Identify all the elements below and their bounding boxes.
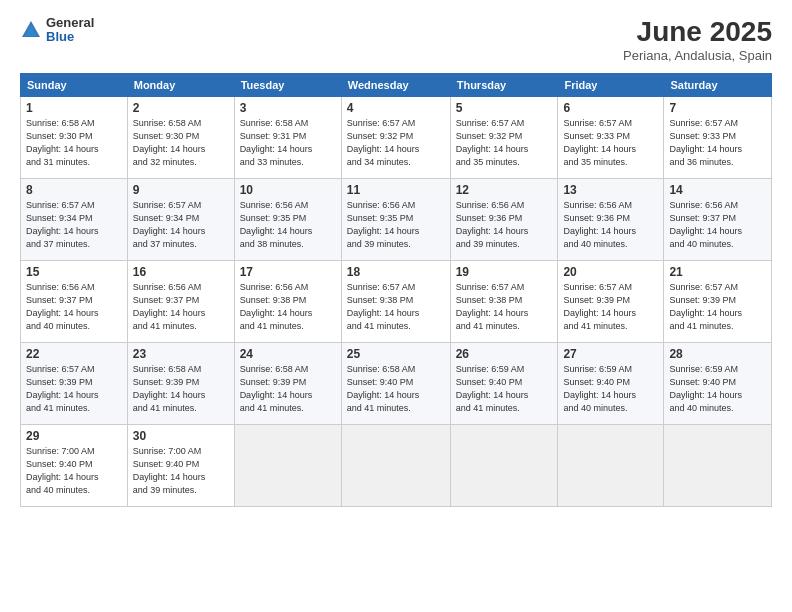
day-info: Sunrise: 6:56 AM Sunset: 9:37 PM Dayligh… xyxy=(26,281,122,333)
day-info: Sunrise: 6:56 AM Sunset: 9:37 PM Dayligh… xyxy=(133,281,229,333)
day-info: Sunrise: 6:56 AM Sunset: 9:38 PM Dayligh… xyxy=(240,281,336,333)
calendar-cell: 12Sunrise: 6:56 AM Sunset: 9:36 PM Dayli… xyxy=(450,179,558,261)
calendar-cell: 13Sunrise: 6:56 AM Sunset: 9:36 PM Dayli… xyxy=(558,179,664,261)
month-title: June 2025 xyxy=(623,16,772,48)
header-sunday: Sunday xyxy=(21,74,128,97)
calendar-cell: 11Sunrise: 6:56 AM Sunset: 9:35 PM Dayli… xyxy=(341,179,450,261)
calendar-cell: 21Sunrise: 6:57 AM Sunset: 9:39 PM Dayli… xyxy=(664,261,772,343)
day-info: Sunrise: 7:00 AM Sunset: 9:40 PM Dayligh… xyxy=(133,445,229,497)
calendar-cell xyxy=(341,425,450,507)
day-number: 12 xyxy=(456,183,553,197)
day-number: 23 xyxy=(133,347,229,361)
day-info: Sunrise: 6:58 AM Sunset: 9:39 PM Dayligh… xyxy=(240,363,336,415)
calendar-week-3: 15Sunrise: 6:56 AM Sunset: 9:37 PM Dayli… xyxy=(21,261,772,343)
day-number: 27 xyxy=(563,347,658,361)
day-info: Sunrise: 6:56 AM Sunset: 9:37 PM Dayligh… xyxy=(669,199,766,251)
calendar-cell: 8Sunrise: 6:57 AM Sunset: 9:34 PM Daylig… xyxy=(21,179,128,261)
logo-text: General Blue xyxy=(46,16,94,45)
day-number: 19 xyxy=(456,265,553,279)
calendar-week-2: 8Sunrise: 6:57 AM Sunset: 9:34 PM Daylig… xyxy=(21,179,772,261)
day-info: Sunrise: 6:56 AM Sunset: 9:36 PM Dayligh… xyxy=(563,199,658,251)
calendar-cell: 15Sunrise: 6:56 AM Sunset: 9:37 PM Dayli… xyxy=(21,261,128,343)
calendar-cell xyxy=(558,425,664,507)
day-number: 9 xyxy=(133,183,229,197)
calendar-cell: 17Sunrise: 6:56 AM Sunset: 9:38 PM Dayli… xyxy=(234,261,341,343)
day-info: Sunrise: 6:57 AM Sunset: 9:34 PM Dayligh… xyxy=(133,199,229,251)
header-friday: Friday xyxy=(558,74,664,97)
calendar-cell: 28Sunrise: 6:59 AM Sunset: 9:40 PM Dayli… xyxy=(664,343,772,425)
day-number: 10 xyxy=(240,183,336,197)
day-number: 30 xyxy=(133,429,229,443)
day-info: Sunrise: 6:57 AM Sunset: 9:32 PM Dayligh… xyxy=(456,117,553,169)
header-saturday: Saturday xyxy=(664,74,772,97)
day-info: Sunrise: 6:57 AM Sunset: 9:33 PM Dayligh… xyxy=(669,117,766,169)
calendar-cell: 24Sunrise: 6:58 AM Sunset: 9:39 PM Dayli… xyxy=(234,343,341,425)
day-number: 20 xyxy=(563,265,658,279)
day-number: 5 xyxy=(456,101,553,115)
calendar-cell: 22Sunrise: 6:57 AM Sunset: 9:39 PM Dayli… xyxy=(21,343,128,425)
calendar-cell: 29Sunrise: 7:00 AM Sunset: 9:40 PM Dayli… xyxy=(21,425,128,507)
day-info: Sunrise: 6:57 AM Sunset: 9:32 PM Dayligh… xyxy=(347,117,445,169)
calendar-cell: 26Sunrise: 6:59 AM Sunset: 9:40 PM Dayli… xyxy=(450,343,558,425)
title-block: June 2025 Periana, Andalusia, Spain xyxy=(623,16,772,63)
calendar-week-4: 22Sunrise: 6:57 AM Sunset: 9:39 PM Dayli… xyxy=(21,343,772,425)
day-info: Sunrise: 6:57 AM Sunset: 9:39 PM Dayligh… xyxy=(26,363,122,415)
calendar-cell: 2Sunrise: 6:58 AM Sunset: 9:30 PM Daylig… xyxy=(127,97,234,179)
calendar-cell xyxy=(234,425,341,507)
day-info: Sunrise: 6:56 AM Sunset: 9:35 PM Dayligh… xyxy=(240,199,336,251)
day-number: 2 xyxy=(133,101,229,115)
day-info: Sunrise: 6:59 AM Sunset: 9:40 PM Dayligh… xyxy=(456,363,553,415)
day-number: 7 xyxy=(669,101,766,115)
logo: General Blue xyxy=(20,16,94,45)
calendar-cell xyxy=(450,425,558,507)
calendar-header: Sunday Monday Tuesday Wednesday Thursday… xyxy=(21,74,772,97)
day-number: 28 xyxy=(669,347,766,361)
day-info: Sunrise: 6:58 AM Sunset: 9:30 PM Dayligh… xyxy=(26,117,122,169)
day-number: 17 xyxy=(240,265,336,279)
day-info: Sunrise: 6:56 AM Sunset: 9:35 PM Dayligh… xyxy=(347,199,445,251)
calendar-cell: 9Sunrise: 6:57 AM Sunset: 9:34 PM Daylig… xyxy=(127,179,234,261)
day-info: Sunrise: 6:59 AM Sunset: 9:40 PM Dayligh… xyxy=(563,363,658,415)
calendar-cell: 25Sunrise: 6:58 AM Sunset: 9:40 PM Dayli… xyxy=(341,343,450,425)
day-number: 8 xyxy=(26,183,122,197)
header-thursday: Thursday xyxy=(450,74,558,97)
day-number: 14 xyxy=(669,183,766,197)
calendar-week-1: 1Sunrise: 6:58 AM Sunset: 9:30 PM Daylig… xyxy=(21,97,772,179)
day-number: 18 xyxy=(347,265,445,279)
header: General Blue June 2025 Periana, Andalusi… xyxy=(20,16,772,63)
day-number: 4 xyxy=(347,101,445,115)
day-info: Sunrise: 6:56 AM Sunset: 9:36 PM Dayligh… xyxy=(456,199,553,251)
day-number: 15 xyxy=(26,265,122,279)
day-number: 29 xyxy=(26,429,122,443)
day-number: 16 xyxy=(133,265,229,279)
calendar-cell: 6Sunrise: 6:57 AM Sunset: 9:33 PM Daylig… xyxy=(558,97,664,179)
day-info: Sunrise: 6:57 AM Sunset: 9:34 PM Dayligh… xyxy=(26,199,122,251)
calendar-cell: 3Sunrise: 6:58 AM Sunset: 9:31 PM Daylig… xyxy=(234,97,341,179)
day-info: Sunrise: 6:57 AM Sunset: 9:39 PM Dayligh… xyxy=(563,281,658,333)
calendar-cell: 7Sunrise: 6:57 AM Sunset: 9:33 PM Daylig… xyxy=(664,97,772,179)
day-info: Sunrise: 6:57 AM Sunset: 9:33 PM Dayligh… xyxy=(563,117,658,169)
calendar-cell: 16Sunrise: 6:56 AM Sunset: 9:37 PM Dayli… xyxy=(127,261,234,343)
calendar-cell: 18Sunrise: 6:57 AM Sunset: 9:38 PM Dayli… xyxy=(341,261,450,343)
page: General Blue June 2025 Periana, Andalusi… xyxy=(0,0,792,612)
day-info: Sunrise: 6:57 AM Sunset: 9:38 PM Dayligh… xyxy=(347,281,445,333)
day-number: 25 xyxy=(347,347,445,361)
calendar-cell: 5Sunrise: 6:57 AM Sunset: 9:32 PM Daylig… xyxy=(450,97,558,179)
calendar-cell: 1Sunrise: 6:58 AM Sunset: 9:30 PM Daylig… xyxy=(21,97,128,179)
calendar-week-5: 29Sunrise: 7:00 AM Sunset: 9:40 PM Dayli… xyxy=(21,425,772,507)
calendar-cell xyxy=(664,425,772,507)
calendar-cell: 20Sunrise: 6:57 AM Sunset: 9:39 PM Dayli… xyxy=(558,261,664,343)
day-number: 13 xyxy=(563,183,658,197)
logo-blue-text: Blue xyxy=(46,30,94,44)
calendar-cell: 10Sunrise: 6:56 AM Sunset: 9:35 PM Dayli… xyxy=(234,179,341,261)
day-number: 11 xyxy=(347,183,445,197)
calendar-cell: 4Sunrise: 6:57 AM Sunset: 9:32 PM Daylig… xyxy=(341,97,450,179)
day-info: Sunrise: 6:58 AM Sunset: 9:39 PM Dayligh… xyxy=(133,363,229,415)
logo-general-text: General xyxy=(46,16,94,30)
day-info: Sunrise: 6:58 AM Sunset: 9:40 PM Dayligh… xyxy=(347,363,445,415)
calendar-table: Sunday Monday Tuesday Wednesday Thursday… xyxy=(20,73,772,507)
day-info: Sunrise: 6:58 AM Sunset: 9:31 PM Dayligh… xyxy=(240,117,336,169)
logo-icon xyxy=(20,19,42,41)
header-row: Sunday Monday Tuesday Wednesday Thursday… xyxy=(21,74,772,97)
header-monday: Monday xyxy=(127,74,234,97)
